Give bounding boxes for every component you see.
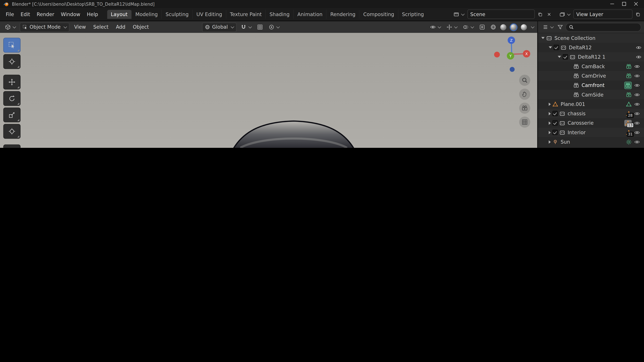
tool-move[interactable] [3,75,21,89]
mode-dropdown[interactable]: Object Mode [20,22,69,32]
outliner-row-sun[interactable]: Sun [538,137,644,146]
xray-toggle[interactable] [478,23,487,31]
menu-file[interactable]: File [2,10,17,18]
collection-icon [560,130,565,135]
tool-annotate[interactable] [3,144,21,148]
outliner-row-deltar12[interactable]: DeltaR12 [538,43,644,52]
workspace-tab-compositing[interactable]: Compositing [359,10,398,19]
mesh-data-icon[interactable] [626,101,632,107]
search-input[interactable] [576,24,638,30]
camera-data-icon[interactable] [626,63,632,69]
eye-icon[interactable] [636,44,642,50]
workspace-tab-shading[interactable]: Shading [266,10,293,19]
workspace-tab-layout[interactable]: Layout [107,10,131,19]
outliner-row-camdrive[interactable]: CamDrive [538,71,644,80]
eye-icon[interactable] [634,111,640,116]
pan-button[interactable] [519,89,530,100]
menu-select[interactable]: Select [91,23,111,31]
menu-view[interactable]: View [72,23,88,31]
menu-window[interactable]: Window [58,10,84,18]
tool-3d-cursor[interactable] [3,54,21,69]
menu-edit[interactable]: Edit [17,10,33,18]
shading-wireframe-button[interactable] [489,23,497,31]
workspace-tab-texture-paint[interactable]: Texture Paint [226,10,265,19]
collection-checkbox[interactable] [554,45,559,50]
workspace-tab-modeling[interactable]: Modeling [131,10,162,19]
menu-add[interactable]: Add [113,23,128,31]
outliner-row-scene-collection[interactable]: Scene Collection [538,33,644,42]
tool-transform[interactable] [3,124,21,139]
eye-icon[interactable] [636,54,642,60]
viewport-canvas[interactable]: Z X Y [0,33,537,148]
tool-scale[interactable] [3,108,21,122]
eye-icon[interactable] [634,139,640,145]
outliner-row-camback[interactable]: CamBack [538,61,644,71]
editor-type-button[interactable] [3,23,17,31]
overlays-dropdown[interactable] [461,23,475,31]
camera-data-icon-active[interactable] [625,82,631,88]
snap-target-button[interactable] [256,23,264,31]
grid-icon [522,119,528,125]
outliner-search[interactable] [566,23,641,31]
outliner-row-camside[interactable]: CamSide [538,90,644,99]
collection-checkbox[interactable] [552,130,558,135]
outliner-row-camfront[interactable]: Camfront [538,80,644,90]
tool-box-select[interactable] [3,38,21,52]
minimize-button[interactable] [610,2,614,6]
workspace-tab-scripting[interactable]: Scripting [398,10,428,19]
outliner-row-carosserie[interactable]: Carosserie 13 [538,118,644,128]
transform-orientation-dropdown[interactable]: Global [202,22,236,32]
view-layer-selector[interactable]: View Layer [574,9,632,19]
shading-solid-button[interactable] [500,23,507,31]
collection-checkbox[interactable] [563,54,568,59]
workspace-tab-animation[interactable]: Animation [293,10,326,19]
close-button[interactable] [634,2,638,6]
maximize-button[interactable] [622,2,626,6]
outliner-row-deltar12-1[interactable]: DeltaR12 1 [538,52,644,61]
gizmo-x-neg-axis[interactable] [494,52,500,57]
gizmos-dropdown[interactable] [445,23,459,31]
eye-icon[interactable] [634,120,640,126]
visibility-dropdown[interactable] [428,23,442,31]
sun-data-icon[interactable] [626,139,632,145]
filter-icon[interactable] [557,24,563,30]
menu-help[interactable]: Help [84,10,101,18]
tool-rotate[interactable] [3,91,21,106]
snap-toggle-button[interactable] [239,23,253,31]
new-view-layer-button[interactable] [634,10,642,18]
eye-icon[interactable] [634,92,640,97]
eye-icon[interactable] [634,73,640,79]
delete-scene-button[interactable] [546,10,553,18]
eye-icon[interactable] [634,63,640,69]
zoom-button[interactable] [519,75,530,86]
workspace-tab-uv-editing[interactable]: UV Editing [192,10,226,19]
new-scene-button[interactable] [536,10,544,18]
browse-scene-button[interactable] [452,10,466,18]
collection-checkbox[interactable] [552,120,558,126]
outliner-row-chassis[interactable]: chassis 28 [538,109,644,118]
scene-selector[interactable]: Scene [468,9,535,19]
camera-data-icon[interactable] [626,73,632,79]
ortho-toggle-button[interactable] [519,117,530,128]
camera-view-button[interactable] [519,103,530,114]
workspace-tab-sculpting[interactable]: Sculpting [162,10,192,19]
proportional-edit-button[interactable] [267,23,281,31]
menu-object[interactable]: Object [130,23,151,31]
collection-checkbox[interactable] [552,111,558,116]
menu-render[interactable]: Render [33,10,58,18]
outliner-display-mode-button[interactable] [541,23,555,31]
shading-options-caret[interactable] [531,25,534,28]
eye-icon[interactable] [634,82,640,88]
eye-icon[interactable] [634,130,640,135]
gizmo-z-neg-axis[interactable] [510,67,514,72]
outliner-row-plane001[interactable]: Plane.001 [538,99,644,109]
camera-data-icon[interactable] [626,92,632,97]
camera-icon [574,63,579,69]
eye-icon[interactable] [634,101,640,107]
shading-rendered-button[interactable] [520,23,528,31]
navigation-gizmo[interactable]: Z X Y [492,35,532,75]
shading-material-button[interactable] [510,23,518,31]
workspace-tab-rendering[interactable]: Rendering [326,10,359,19]
browse-view-layer-button[interactable] [558,10,572,18]
outliner-row-interior[interactable]: Interior 31 [538,128,644,137]
